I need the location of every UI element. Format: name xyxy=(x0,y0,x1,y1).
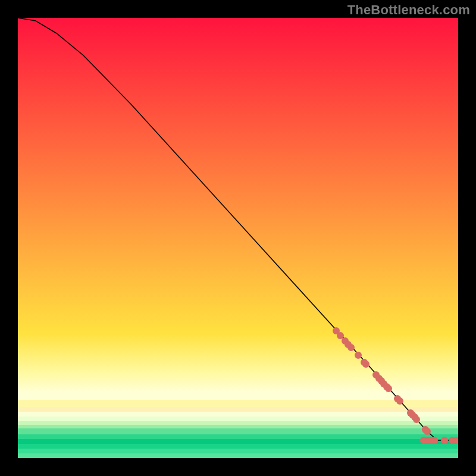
svg-rect-4 xyxy=(18,393,458,400)
data-point xyxy=(424,428,431,435)
chart-frame: TheBottleneck.com xyxy=(0,0,476,476)
svg-rect-7 xyxy=(18,412,458,416)
data-point xyxy=(441,437,448,444)
svg-rect-9 xyxy=(18,421,458,425)
svg-rect-16 xyxy=(18,453,458,458)
svg-rect-5 xyxy=(18,400,458,407)
data-point xyxy=(347,344,355,351)
svg-rect-1 xyxy=(18,18,458,334)
data-point xyxy=(355,352,362,359)
bottleneck-chart xyxy=(0,0,476,476)
data-point xyxy=(413,416,420,423)
svg-rect-11 xyxy=(18,428,458,434)
data-point xyxy=(396,397,403,405)
data-point xyxy=(385,385,392,392)
svg-rect-6 xyxy=(18,407,458,412)
data-point xyxy=(431,437,438,444)
svg-rect-3 xyxy=(18,372,458,393)
svg-rect-14 xyxy=(18,444,458,449)
svg-rect-13 xyxy=(18,439,458,444)
svg-rect-12 xyxy=(18,434,458,439)
svg-rect-10 xyxy=(18,425,458,428)
svg-rect-15 xyxy=(18,449,458,453)
data-point xyxy=(453,437,461,444)
watermark-label: TheBottleneck.com xyxy=(347,2,470,18)
svg-rect-8 xyxy=(18,416,458,421)
data-point xyxy=(362,361,369,368)
data-point xyxy=(337,332,344,339)
svg-rect-2 xyxy=(18,334,458,372)
